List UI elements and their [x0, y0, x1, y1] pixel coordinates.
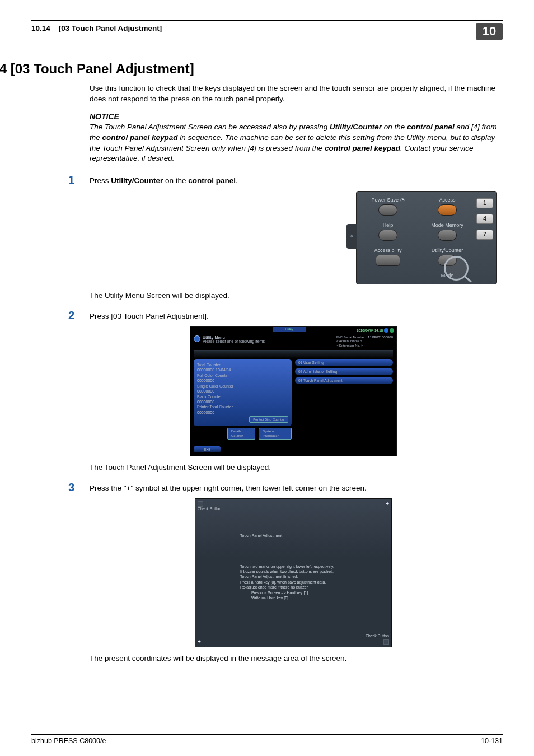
step-text: Press Utility/Counter on the control pan…	[90, 174, 238, 186]
plus-top-right[interactable]: +	[386, 501, 389, 507]
step-1: 1 Press Utility/Counter on the control p…	[68, 174, 497, 186]
step-number: 3	[68, 482, 90, 493]
check-mark-icon	[383, 639, 389, 645]
timestamp: 2010/04/04 14:18	[357, 329, 383, 332]
info-status-icon	[384, 328, 388, 333]
help-label: Help	[363, 222, 413, 228]
plus-icon: +	[198, 639, 201, 645]
counter-card: Total Counter 00000008 10/04/04 Full Col…	[194, 359, 292, 426]
step-2: 2 Press [03 Touch Panel Adjustment].	[68, 310, 497, 322]
accessibility-button[interactable]	[376, 255, 400, 266]
check-mark-icon	[198, 501, 203, 507]
access-button[interactable]	[438, 204, 457, 216]
plus-icon: +	[386, 501, 389, 507]
brightness-tab[interactable]: ✳	[346, 224, 357, 249]
step-3-result: The present coordinates will be displaye…	[90, 654, 497, 662]
tpa-message: Touch two marks on upper right lower lef…	[240, 564, 369, 601]
perfect-bind-counter-button[interactable]: Perfect Bind Counter	[249, 416, 288, 423]
plus-bottom-left[interactable]: +	[198, 639, 201, 645]
power-save-label: Power Save ◔	[363, 197, 413, 203]
running-head-title: [03 Touch Panel Adjustment]	[59, 24, 162, 32]
keypad-1[interactable]: 1	[476, 198, 493, 208]
intro-text: Use this function to check that the keys…	[90, 83, 497, 104]
notice-body: The Touch Panel Adjustment Screen can be…	[90, 122, 497, 164]
info-icon	[194, 335, 200, 342]
exit-button[interactable]: Exit	[194, 446, 221, 452]
page-title: 10.14 [03 Touch Panel Adjustment]	[0, 61, 503, 77]
tpa-screen-image: Check Button + + Check Button Touch Pane…	[195, 498, 392, 647]
page-footer: bizhub PRESS C8000/e 10-131	[31, 734, 503, 745]
utility-tab: Utility	[273, 327, 306, 332]
magnifier-icon	[444, 256, 469, 281]
step-1-result: The Utility Menu Screen will be displaye…	[90, 291, 497, 300]
accessibility-label: Accessibility	[363, 248, 413, 253]
touch-panel-adjustment-button[interactable]: 03 Touch Panel Adjustment	[295, 377, 393, 384]
utility-counter-label: Utility/Counter	[423, 248, 472, 253]
access-label: Access	[423, 197, 472, 203]
control-panel-image: ✳ Power Save ◔ Help Accessibility Access…	[356, 191, 497, 284]
help-button[interactable]	[378, 230, 397, 241]
step-3: 3 Press the "+" symbol at the upper righ…	[68, 482, 497, 494]
power-save-icon: ◔	[400, 197, 405, 203]
keypad-4[interactable]: 4	[476, 214, 493, 224]
step-number: 1	[68, 174, 90, 185]
mode-memory-label: Mode Memory	[423, 222, 472, 228]
mode-memory-button[interactable]	[438, 230, 457, 241]
footer-right: 10-131	[481, 737, 503, 745]
footer-left: bizhub PRESS C8000/e	[31, 737, 106, 745]
user-setting-button[interactable]: 01 User Setting	[295, 359, 393, 366]
machine-info: M/C Serial Number : A1RF001000000 < Admi…	[336, 335, 393, 348]
notice-heading: NOTICE	[90, 112, 497, 121]
utility-title: Utility Menu	[203, 335, 265, 339]
chapter-badge: 10	[476, 23, 503, 40]
step-number: 2	[68, 310, 90, 321]
help-status-icon	[390, 328, 394, 333]
keypad-7[interactable]: 7	[476, 230, 493, 240]
utility-menu-image: Utility 2010/04/04 14:18 Utility Menu Pl…	[190, 326, 397, 456]
check-button-tl[interactable]: Check Button	[198, 501, 221, 511]
step-2-result: The Touch Panel Adjustment Screen will b…	[90, 463, 497, 472]
running-head: 10.14 [03 Touch Panel Adjustment]	[31, 23, 162, 32]
step-text: Press [03 Touch Panel Adjustment].	[90, 310, 209, 322]
step-text: Press the "+" symbol at the upper right …	[90, 482, 367, 494]
check-button-br[interactable]: Check Button	[366, 634, 389, 645]
tpa-title: Touch Panel Adjustment	[240, 534, 282, 538]
system-information-button[interactable]: System Information	[259, 428, 292, 440]
power-save-button[interactable]	[378, 204, 397, 216]
keypad: 1 4 7	[476, 198, 493, 240]
administrator-setting-button[interactable]: 02 Administrator Setting	[295, 368, 393, 375]
details-counter-button[interactable]: Details Counter	[227, 428, 255, 440]
utility-subtitle: Please select one of following items	[203, 339, 265, 343]
running-head-no: 10.14	[31, 24, 50, 32]
